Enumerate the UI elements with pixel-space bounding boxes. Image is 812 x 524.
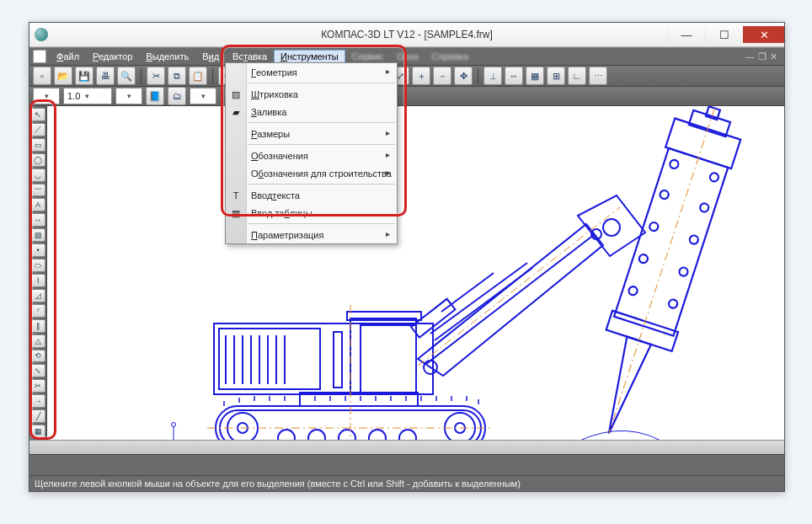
circle-icon[interactable]: ◯ (30, 153, 45, 167)
misc-icon[interactable]: ⋯ (589, 67, 607, 85)
mirror-icon[interactable]: △ (30, 334, 45, 348)
arc-icon[interactable]: ◡ (30, 168, 45, 182)
separator (248, 83, 395, 83)
close-button[interactable]: ✕ (743, 26, 784, 43)
svg-point-22 (278, 430, 295, 440)
tags-icon[interactable]: 🗂 (168, 87, 186, 105)
text-icon: T (229, 189, 243, 202)
menu-view[interactable]: Вид (195, 50, 226, 63)
save-icon[interactable]: 💾 (75, 67, 93, 85)
table-tool-icon[interactable]: ▦ (30, 425, 45, 438)
svg-point-55 (699, 202, 710, 213)
svg-line-42 (426, 234, 595, 364)
separator (248, 122, 395, 123)
svg-rect-63 (689, 110, 730, 136)
svg-point-59 (678, 266, 689, 277)
dd-hatching[interactable]: ▨Штриховка (226, 85, 397, 103)
polyline-icon[interactable]: ⌇ (30, 274, 45, 287)
scale-icon[interactable]: ⤡ (30, 364, 45, 377)
minimize-button[interactable]: — (667, 26, 705, 43)
workarea: ↖ ／ ▭ ◯ ◡ 〰 A ↔ ▨ • ⬭ ⌇ ◿ ◜ ‖ △ ⟲ ⤡ ✂ → (29, 106, 784, 440)
mdi-close-icon[interactable]: ✕ (770, 51, 777, 62)
dim-icon[interactable]: ↔ (30, 213, 45, 227)
style-combo[interactable]: ▾ (115, 88, 142, 104)
dd-notations-construction[interactable]: Обозначения для строительства▸ (226, 164, 397, 182)
doc-icon (33, 50, 46, 63)
dd-fill[interactable]: ▰Заливка (226, 103, 397, 120)
status-text: Щелкните левой кнопкой мыши на объекте д… (35, 479, 521, 489)
cut-icon[interactable]: ✂ (147, 67, 165, 85)
extend-icon[interactable]: → (30, 394, 45, 408)
new-icon[interactable]: ▫ (33, 67, 51, 85)
separator (478, 68, 478, 83)
mdi-controls: — ❐ ✕ (745, 51, 781, 62)
rect-icon[interactable]: ▭ (30, 138, 45, 152)
book-icon[interactable]: 📘 (146, 87, 164, 105)
ortho-icon[interactable]: ∟ (568, 67, 586, 85)
menu-file[interactable]: Файл (50, 50, 86, 63)
grid-icon[interactable]: ▦ (526, 67, 544, 85)
menu-insert[interactable]: Вставка (226, 50, 274, 63)
menu-select[interactable]: Выделить (139, 50, 195, 63)
zoom-out-icon[interactable]: － (433, 67, 451, 85)
dd-geometry[interactable]: Геометрия▸ (226, 63, 397, 81)
svg-point-61 (668, 298, 679, 309)
separator (212, 68, 213, 83)
spacer (29, 454, 784, 475)
print-icon[interactable]: 🖶 (96, 67, 115, 85)
offset-icon[interactable]: ‖ (30, 319, 45, 333)
horizontal-scrollbar[interactable] (29, 440, 784, 454)
svg-point-52 (669, 159, 680, 170)
linetype-combo[interactable]: ▾ (190, 88, 216, 104)
copy-icon[interactable]: ⧉ (168, 67, 186, 85)
layer-combo[interactable]: ▾ (33, 88, 60, 104)
dd-dimensions[interactable]: Размеры▸ (226, 125, 397, 142)
zoom-combo[interactable]: 1.0▾ (63, 88, 112, 104)
drawing-canvas[interactable] (47, 106, 784, 440)
menu-editor[interactable]: Редактор (86, 50, 139, 63)
zoom-in-icon[interactable]: ＋ (412, 67, 430, 85)
rotate-icon[interactable]: ⟲ (30, 350, 45, 363)
open-icon[interactable]: 📂 (54, 67, 72, 85)
line-icon[interactable]: ／ (30, 123, 45, 136)
separator (248, 223, 395, 224)
hatch-icon[interactable]: ▨ (30, 228, 45, 242)
break-icon[interactable]: ╱ (30, 409, 45, 423)
point-icon[interactable]: • (30, 243, 45, 257)
menu-window[interactable]: Окно (390, 50, 425, 63)
dd-notations[interactable]: Обозначения▸ (226, 147, 397, 164)
svg-point-24 (339, 430, 355, 440)
svg-point-26 (399, 430, 416, 440)
spline-icon[interactable]: 〰 (30, 184, 45, 197)
text-icon[interactable]: A (30, 198, 45, 211)
separator (248, 144, 395, 145)
separator (222, 88, 223, 104)
snap-icon[interactable]: ⊞ (547, 67, 565, 85)
measure-icon[interactable]: ↔ (505, 67, 523, 85)
mdi-minimize-icon[interactable]: — (745, 51, 755, 62)
dim-style-icon[interactable]: ⟂ (483, 67, 502, 85)
submenu-arrow-icon: ▸ (386, 168, 390, 177)
trim-icon[interactable]: ✂ (30, 379, 45, 393)
paste-icon[interactable]: 📋 (189, 67, 207, 85)
app-window: КОМПАС-3D LT V12 - [SAMPLE4.frw] — ☐ ✕ Ф… (29, 22, 785, 492)
select-icon[interactable]: ↖ (30, 108, 45, 121)
fillet-icon[interactable]: ◜ (30, 304, 45, 318)
menu-help[interactable]: Справка (425, 50, 475, 63)
ellipse-icon[interactable]: ⬭ (30, 259, 45, 272)
dd-text-input[interactable]: TВвод текста (226, 186, 397, 204)
dd-table-input[interactable]: ▦Ввод таблицы (226, 204, 397, 222)
menu-tools[interactable]: Инструменты (274, 50, 345, 63)
tools-dropdown: Геометрия▸ ▨Штриховка ▰Заливка Размеры▸ … (225, 62, 398, 244)
pan-icon[interactable]: ✥ (454, 67, 473, 85)
menu-service[interactable]: Сервис (345, 50, 391, 63)
maximize-button[interactable]: ☐ (705, 26, 743, 43)
chamfer-icon[interactable]: ◿ (30, 289, 45, 302)
dd-parametrization[interactable]: Параметризация▸ (226, 226, 397, 243)
svg-point-47 (603, 219, 620, 236)
table-icon: ▦ (229, 206, 243, 220)
preview-icon[interactable]: 🔍 (117, 67, 136, 85)
submenu-arrow-icon: ▸ (386, 67, 390, 76)
mdi-restore-icon[interactable]: ❐ (758, 51, 767, 62)
svg-point-57 (689, 234, 700, 245)
